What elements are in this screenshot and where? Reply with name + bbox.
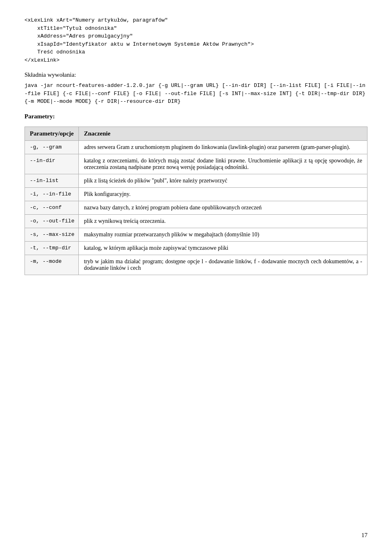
xml-code-block: <xLexLink xArt="Numery artykułów, paragr… xyxy=(24,16,368,64)
table-row: -o, --out-fileplik z wynikową treścią or… xyxy=(25,214,368,228)
param-cell: -g, --gram xyxy=(25,140,79,154)
table-row: -i, --in-filePlik konfiguracyjny. xyxy=(25,187,368,201)
col-header-param: Parametry/opcje xyxy=(25,127,79,140)
description-cell: nazwa bazy danych, z której program pobi… xyxy=(79,201,368,214)
page-number: 17 xyxy=(361,532,368,539)
syntax-label: Składnia wywołania: xyxy=(24,71,368,78)
param-cell: -m, --mode xyxy=(25,255,79,275)
col-header-meaning: Znaczenie xyxy=(79,127,368,140)
table-row: --in-listplik z listą ścieżek do plików … xyxy=(25,174,368,187)
params-label: Parametry: xyxy=(24,113,368,120)
table-row: -c, --confnazwa bazy danych, z której pr… xyxy=(25,201,368,214)
table-row: -s, --max-sizemaksymalny rozmiar przetwa… xyxy=(25,228,368,241)
page-content: <xLexLink xArt="Numery artykułów, paragr… xyxy=(24,16,368,275)
table-row: --in-dirkatalog z orzeczeniami, do który… xyxy=(25,154,368,174)
param-cell: --in-dir xyxy=(25,154,79,174)
table-row: -g, --gramadres serwera Gram z uruchomio… xyxy=(25,140,368,154)
param-cell: -s, --max-size xyxy=(25,228,79,241)
param-cell: -c, --conf xyxy=(25,201,79,214)
description-cell: tryb w jakim ma działać program; dostępn… xyxy=(79,255,368,275)
description-cell: adres serwera Gram z uruchomionym plugin… xyxy=(79,140,368,154)
param-cell: -o, --out-file xyxy=(25,214,79,228)
param-cell: --in-list xyxy=(25,174,79,187)
description-cell: plik z wynikową treścią orzeczenia. xyxy=(79,214,368,228)
param-cell: -t, --tmp-dir xyxy=(25,241,79,255)
params-table: Parametry/opcje Znaczenie -g, --gramadre… xyxy=(24,127,368,275)
syntax-command: java -jar ncourt-features-adder-1.2.0.ja… xyxy=(24,82,368,106)
table-row: -t, --tmp-dirkatalog, w którym aplikacja… xyxy=(25,241,368,255)
description-cell: maksymalny rozmiar przetwarzanych plików… xyxy=(79,228,368,241)
param-cell: -i, --in-file xyxy=(25,187,79,201)
description-cell: Plik konfiguracyjny. xyxy=(79,187,368,201)
description-cell: katalog, w którym aplikacja może zapisyw… xyxy=(79,241,368,255)
table-row: -m, --modetryb w jakim ma działać progra… xyxy=(25,255,368,275)
description-cell: plik z listą ścieżek do plików "publ", k… xyxy=(79,174,368,187)
description-cell: katalog z orzeczeniami, do których mają … xyxy=(79,154,368,174)
